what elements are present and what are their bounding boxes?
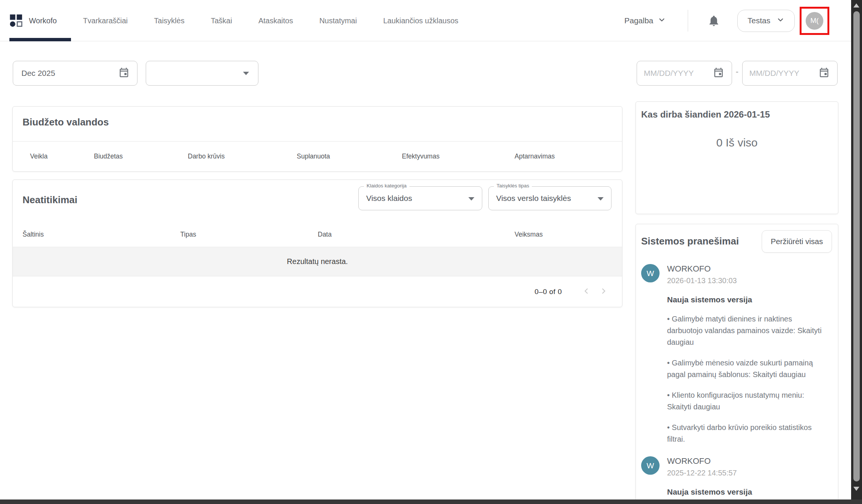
main-tabs: WorkofoTvarkaraščiaiTaisyklėsTaškaiAtask… xyxy=(23,0,471,41)
error-category-select[interactable]: Klaidos kategorija Visos klaidos xyxy=(358,186,482,210)
column-header: Darbo krūvis xyxy=(188,152,297,160)
notification-avatar: W xyxy=(641,456,660,475)
empty-state-text: Rezultatų nerasta. xyxy=(287,257,348,266)
user-menu-button[interactable]: Testas xyxy=(737,10,795,32)
scroll-up-icon[interactable] xyxy=(853,3,859,8)
calendar-icon[interactable] xyxy=(818,67,830,80)
notification-timestamp: 2025-12-22 14:55:57 xyxy=(667,469,829,477)
column-header: Biudžetas xyxy=(94,152,188,160)
page-scrollbar[interactable] xyxy=(851,0,862,504)
notification-bullet: • Galimybė matyti dienines ir naktines d… xyxy=(667,313,829,348)
mismatches-table-header: ŠaltinisTipasDataVeiksmas xyxy=(13,222,622,247)
chevron-down-icon xyxy=(776,16,785,26)
tab-laukiančios-užklausos[interactable]: Laukiančios užklausos xyxy=(370,0,471,41)
working-today-title: Kas dirba šiandien 2026-01-15 xyxy=(636,102,838,120)
app-root: WorkofoTvarkaraščiaiTaisyklėsTaškaiAtask… xyxy=(0,0,862,504)
pagination-prev-button[interactable] xyxy=(578,283,595,300)
range-end-input[interactable] xyxy=(749,69,818,78)
chevron-down-icon xyxy=(658,16,666,26)
working-today-card: Kas dirba šiandien 2026-01-15 0 Iš viso xyxy=(636,101,838,214)
month-picker-input[interactable] xyxy=(21,69,118,78)
tab-taškai[interactable]: Taškai xyxy=(198,0,245,41)
range-separator: - xyxy=(732,67,742,77)
notification-bullet: • Galimybė mėnesio vaizde sukurti pamain… xyxy=(667,357,829,380)
pagination: 0–0 of 0 xyxy=(13,276,622,307)
chevron-right-icon xyxy=(599,286,608,297)
rule-type-select[interactable]: Taisyklės tipas Visos verslo taisyklės xyxy=(488,186,611,210)
user-avatar[interactable]: M( xyxy=(806,12,823,30)
pagination-next-button[interactable] xyxy=(595,283,612,300)
empty-state-row: Rezultatų nerasta. xyxy=(13,247,622,276)
dropdown-arrow-icon xyxy=(598,197,604,201)
budget-hours-card: Biudžeto valandos VeiklaBiudžetasDarbo k… xyxy=(12,106,622,172)
notification-list: W WORKOFO 2026-01-13 13:30:03 Nauja sist… xyxy=(636,253,838,504)
tab-taisyklės[interactable]: Taisyklės xyxy=(141,0,198,41)
budget-hours-title: Biudžeto valandos xyxy=(13,107,622,128)
range-start-input[interactable] xyxy=(644,69,713,78)
column-header: Efektyvumas xyxy=(402,152,515,160)
column-header: Data xyxy=(318,231,515,238)
divider xyxy=(688,10,688,32)
column-header: Veikla xyxy=(30,152,94,160)
notification-item: W WORKOFO 2025-12-22 14:55:57 Nauja sist… xyxy=(636,445,838,504)
notification-heading: Nauja sistemos versija xyxy=(667,487,829,496)
nav-right: Pagalba Testas M( xyxy=(624,0,829,41)
budget-hours-table-header: VeiklaBiudžetasDarbo krūvisSuplanuotaEfe… xyxy=(13,141,622,171)
help-menu[interactable]: Pagalba xyxy=(624,16,666,26)
column-header: Šaltinis xyxy=(23,231,180,238)
notifications-bell-icon[interactable] xyxy=(708,15,720,27)
bottom-edge-bar xyxy=(0,499,862,504)
error-category-label: Klaidos kategorija xyxy=(364,183,409,189)
workofo-logo-icon[interactable] xyxy=(9,14,23,27)
calendar-icon[interactable] xyxy=(118,67,130,80)
working-today-total: 0 Iš viso xyxy=(636,136,838,149)
chevron-left-icon xyxy=(581,286,591,297)
schedule-select[interactable] xyxy=(146,61,258,86)
pagination-count: 0–0 of 0 xyxy=(534,288,562,296)
calendar-icon[interactable] xyxy=(713,67,724,80)
notification-bullet: • Kliento konfiguracijos nustatymų meniu… xyxy=(667,389,829,413)
range-end-field[interactable] xyxy=(742,61,838,86)
rule-type-value: Visos verslo taisyklės xyxy=(489,187,611,210)
tab-workofo[interactable]: Workofo xyxy=(23,0,70,41)
user-menu-label: Testas xyxy=(747,16,770,25)
notification-author: WORKOFO xyxy=(667,264,829,274)
month-picker-field[interactable] xyxy=(13,61,137,86)
top-nav: WorkofoTvarkaraščiaiTaisyklėsTaškaiAtask… xyxy=(0,0,851,41)
help-menu-label: Pagalba xyxy=(624,16,653,25)
system-notifications-card: Sistemos pranešimai Peržiūrėti visas W W… xyxy=(636,224,838,504)
notification-bullet: • Sutvarkyti darbo krūvio poreikio stati… xyxy=(667,422,829,445)
column-header: Aptarnavimas xyxy=(515,152,622,160)
notification-timestamp: 2026-01-13 13:30:03 xyxy=(667,276,829,285)
dropdown-arrow-icon xyxy=(468,197,474,201)
tab-tvarkaraščiai[interactable]: Tvarkaraščiai xyxy=(70,0,141,41)
column-header: Suplanuota xyxy=(297,152,402,160)
notification-heading: Nauja sistemos versija xyxy=(667,295,829,304)
notification-bullets: • Galimybė matyti dienines ir naktines d… xyxy=(667,313,829,445)
view-all-button[interactable]: Peržiūrėti visas xyxy=(762,230,832,253)
error-category-value: Visos klaidos xyxy=(359,187,482,210)
dropdown-arrow-icon xyxy=(243,72,249,75)
rule-type-label: Taisyklės tipas xyxy=(494,183,532,189)
system-notifications-title: Sistemos pranešimai xyxy=(641,235,739,247)
notification-avatar: W xyxy=(641,264,660,282)
annotation-highlight-box: M( xyxy=(800,7,829,35)
column-header: Veiksmas xyxy=(515,231,622,238)
column-header: Tipas xyxy=(180,231,318,238)
notification-author: WORKOFO xyxy=(667,456,829,466)
notification-item: W WORKOFO 2026-01-13 13:30:03 Nauja sist… xyxy=(636,253,838,445)
tab-ataskaitos[interactable]: Ataskaitos xyxy=(245,0,306,41)
scrollbar-thumb[interactable] xyxy=(853,11,860,481)
system-notifications-header: Sistemos pranešimai Peržiūrėti visas xyxy=(636,224,838,253)
scroll-down-icon[interactable] xyxy=(853,487,859,491)
mismatches-title: Neatitikimai xyxy=(23,194,77,206)
mismatches-card: Neatitikimai Klaidos kategorija Visos kl… xyxy=(12,180,622,307)
tab-nustatymai[interactable]: Nustatymai xyxy=(306,0,370,41)
active-tab-underline xyxy=(9,38,71,41)
range-start-field[interactable] xyxy=(637,61,732,86)
